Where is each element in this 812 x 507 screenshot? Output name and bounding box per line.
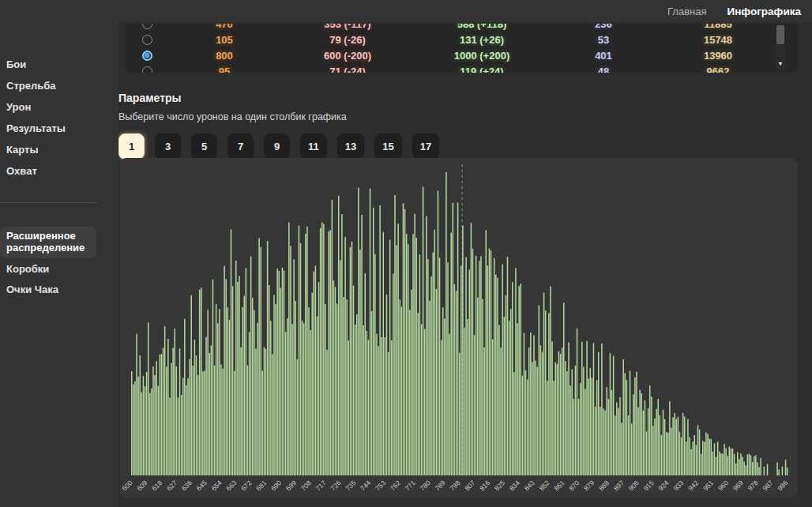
histogram-bar <box>553 381 554 475</box>
histogram-bar <box>600 407 601 475</box>
histogram-bar <box>276 269 278 475</box>
histogram-bar <box>250 257 252 475</box>
histogram-bar <box>158 386 160 475</box>
histogram-bar <box>661 435 663 475</box>
table-cell: 53 <box>548 34 659 46</box>
histogram-bar <box>764 467 765 475</box>
bucket-size-button-13[interactable]: 13 <box>337 133 364 160</box>
nav-link-home[interactable]: Главная <box>667 6 706 17</box>
histogram-bar <box>611 390 613 475</box>
parameters-title: Параметры <box>118 92 812 104</box>
histogram-bar <box>628 415 630 475</box>
histogram-bar <box>194 340 196 475</box>
histogram-bar <box>586 341 588 475</box>
bucket-size-button-5[interactable]: 5 <box>191 133 217 160</box>
histogram-bar <box>249 332 250 475</box>
histogram-bar <box>722 453 724 475</box>
histogram-bar <box>293 259 295 475</box>
histogram-bar <box>454 284 456 475</box>
stats-table-panel: 470353 (-117)588 (+118)2361188510579 (-2… <box>125 24 798 73</box>
histogram-bar <box>716 456 717 475</box>
histogram-bar <box>606 387 607 475</box>
radio-icon[interactable] <box>142 66 152 73</box>
table-row[interactable]: 9571 (-24)119 (+24)489662 <box>125 63 782 73</box>
histogram-bar <box>379 205 381 475</box>
histogram-bar <box>533 336 535 475</box>
x-axis-tick-label: 744 <box>359 479 372 492</box>
x-axis-tick-label: 762 <box>389 479 402 492</box>
x-axis-tick-label: 816 <box>478 479 491 492</box>
histogram-bar <box>660 415 661 475</box>
histogram-bar <box>340 261 341 475</box>
histogram-bar <box>404 209 406 475</box>
histogram-bar <box>439 258 441 475</box>
histogram-bar <box>571 370 573 475</box>
histogram-bar <box>643 411 645 475</box>
sidebar-item-5[interactable]: Охват <box>0 162 96 182</box>
sidebar-item-3[interactable]: Результаты <box>0 119 96 139</box>
histogram-bar <box>485 230 487 475</box>
histogram-bar <box>149 393 151 475</box>
histogram-bar <box>383 232 385 475</box>
histogram-bar <box>244 296 246 475</box>
histogram-bar <box>506 295 507 475</box>
histogram-bar <box>522 376 524 475</box>
bucket-size-button-15[interactable]: 15 <box>374 133 401 160</box>
bucket-size-button-3[interactable]: 3 <box>155 133 181 160</box>
histogram-bar <box>652 426 654 475</box>
table-row[interactable]: 800600 (-200)1000 (+200)40113960 <box>125 47 782 63</box>
radio-icon[interactable] <box>142 35 152 45</box>
histogram-bar <box>621 422 622 475</box>
table-scrollbar[interactable]: ▼ <box>776 25 785 69</box>
histogram-bar <box>483 347 485 475</box>
histogram-bar <box>649 385 651 475</box>
bucket-size-button-1[interactable]: 1 <box>118 133 145 160</box>
histogram-bar <box>346 299 348 475</box>
sidebar-item-bottom-2[interactable]: Очки Чака <box>0 280 96 300</box>
histogram-bar <box>566 371 568 475</box>
table-cell: 588 (+118) <box>415 24 548 30</box>
sidebar-item-1[interactable]: Стрельба <box>0 77 96 96</box>
histogram-bar <box>742 457 743 475</box>
histogram-bar <box>332 200 333 475</box>
sidebar-item-4[interactable]: Карты <box>0 141 96 160</box>
sidebar-item-bottom-0[interactable]: Расширенное распределение <box>0 227 96 258</box>
histogram-bar <box>518 286 520 475</box>
histogram-bar <box>450 233 452 475</box>
histogram-bar <box>297 359 299 475</box>
histogram-bar <box>394 195 396 475</box>
nav-link-infographics[interactable]: Инфографика <box>727 6 802 17</box>
histogram-bar <box>160 355 161 475</box>
bucket-size-button-7[interactable]: 7 <box>227 133 254 160</box>
bucket-size-button-11[interactable]: 11 <box>300 133 327 160</box>
histogram-bar <box>148 322 149 475</box>
table-row[interactable]: 470353 (-117)588 (+118)23611885 <box>125 24 782 32</box>
radio-icon[interactable] <box>142 24 152 29</box>
histogram-bar <box>197 375 199 475</box>
sidebar-item-0[interactable]: Бои <box>0 55 96 75</box>
histogram-bar <box>598 352 600 475</box>
bucket-size-button-17[interactable]: 17 <box>412 133 439 160</box>
histogram-bar <box>329 230 331 475</box>
histogram-bar <box>464 328 465 475</box>
table-row[interactable]: 10579 (-26)131 (+26)5315748 <box>125 32 782 47</box>
x-axis-tick-label: 951 <box>701 479 715 492</box>
sidebar-item-bottom-1[interactable]: Коробки <box>0 260 96 280</box>
bucket-size-button-9[interactable]: 9 <box>264 133 290 160</box>
histogram-bar <box>527 380 528 475</box>
histogram-bar <box>663 410 664 475</box>
histogram-bar <box>588 378 589 475</box>
histogram-bar <box>472 249 474 475</box>
scrollbar-thumb[interactable] <box>776 25 784 44</box>
histogram-bar <box>257 323 258 475</box>
sidebar-item-2[interactable]: Урон <box>0 98 96 118</box>
radio-selected-icon[interactable] <box>142 51 152 61</box>
table-cell: 131 (+26) <box>415 34 548 46</box>
histogram-bar <box>202 371 204 475</box>
histogram-bar <box>535 361 536 475</box>
scroll-down-icon[interactable]: ▼ <box>776 60 785 68</box>
histogram-bar <box>441 340 442 475</box>
histogram-bar <box>318 282 320 475</box>
histogram-bar <box>388 352 389 475</box>
histogram-bar <box>696 445 697 475</box>
